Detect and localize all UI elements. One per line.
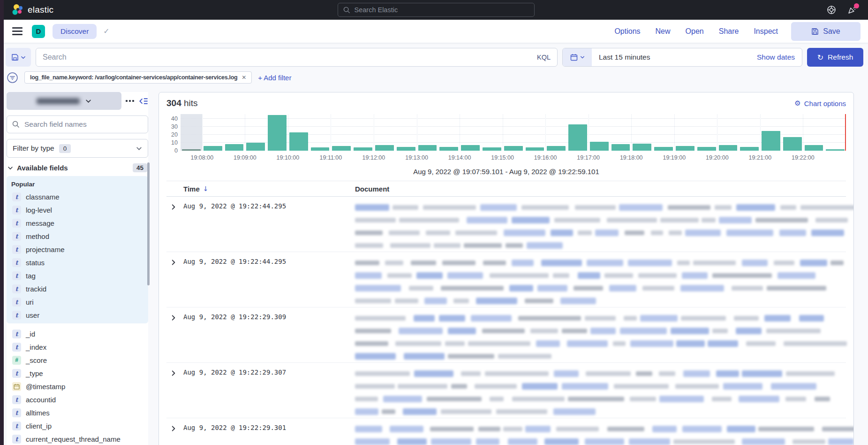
help-icon[interactable] <box>827 5 836 15</box>
date-picker-menu-button[interactable] <box>563 48 592 66</box>
histogram-bar <box>375 145 394 151</box>
field-current_request_thread_name[interactable]: tcurrent_request_thread_name <box>11 432 143 445</box>
elastic-logo[interactable]: elastic <box>4 4 53 16</box>
show-dates-link[interactable]: Show dates <box>757 53 802 61</box>
sidebar-scrollbar-thumb[interactable] <box>147 162 150 285</box>
index-options-icon[interactable] <box>126 100 134 102</box>
string-field-icon: t <box>12 311 21 320</box>
filter-menu-icon[interactable] <box>7 72 18 84</box>
string-field-icon: t <box>12 435 21 444</box>
available-fields-header[interactable]: Available fields 45 <box>7 163 148 172</box>
x-axis-tick: 19:21:00 <box>749 154 772 161</box>
string-field-icon: t <box>12 284 21 293</box>
query-input[interactable]: Search KQL <box>36 48 558 67</box>
sort-descending-icon[interactable]: ↓ <box>203 185 209 192</box>
histogram-bar-slot <box>524 114 546 151</box>
histogram-bar-slot <box>653 114 674 151</box>
collapse-sidebar-icon[interactable] <box>138 96 148 106</box>
field-name: _index <box>26 343 46 351</box>
time-range-value[interactable]: Last 15 minutes <box>592 53 657 61</box>
field-message[interactable]: tmessage <box>11 216 143 230</box>
field-accountid[interactable]: taccountid <box>11 393 143 406</box>
global-search-input[interactable]: Search Elastic <box>338 3 535 17</box>
histogram-bar <box>204 146 222 151</box>
string-field-icon: t <box>12 271 21 280</box>
field-search-input[interactable]: Search field names <box>7 115 148 133</box>
histogram-chart: 010203040 19:08:0019:09:0019:10:0019:11:… <box>166 114 846 176</box>
document-column-header: Document <box>355 185 846 193</box>
nav-link-open[interactable]: Open <box>686 27 704 36</box>
table-row: Aug 9, 2022 @ 19:22:29.307 <box>166 363 846 418</box>
field-log-level[interactable]: tlog-level <box>11 203 143 216</box>
expand-row-icon[interactable] <box>166 201 183 210</box>
menu-icon[interactable] <box>12 27 23 35</box>
time-range-end-marker <box>845 114 846 151</box>
chart-options-button[interactable]: ⚙ Chart options <box>794 99 846 107</box>
filter-pill[interactable]: log_file_name.keyword: /var/log/containe… <box>24 71 252 84</box>
breadcrumb[interactable]: Discover <box>53 24 97 39</box>
index-pattern-selector[interactable] <box>7 92 121 110</box>
field-trackid[interactable]: ttrackid <box>11 282 143 295</box>
expand-row-icon[interactable] <box>166 312 183 321</box>
nav-link-new[interactable]: New <box>656 27 671 36</box>
news-icon[interactable] <box>847 5 857 15</box>
app-bar: D Discover ✓ OptionsNewOpenShareInspect … <box>4 20 868 43</box>
query-language-badge[interactable]: KQL <box>537 54 551 61</box>
histogram-bar-slot <box>589 114 610 151</box>
saved-query-menu-button[interactable] <box>6 48 31 67</box>
histogram-bar <box>568 124 587 151</box>
histogram-bar-slot <box>503 114 524 151</box>
histogram-bar-slot <box>181 114 202 151</box>
nav-link-inspect[interactable]: Inspect <box>754 27 778 36</box>
histogram-bar-slot <box>438 114 460 151</box>
field-projectname[interactable]: tprojectname <box>11 243 143 256</box>
fields-sidebar: Search field names Filter by type 0 Avai… <box>7 92 148 445</box>
remove-filter-icon[interactable]: ✕ <box>242 74 246 81</box>
space-avatar[interactable]: D <box>32 25 45 38</box>
histogram-bar <box>332 146 351 151</box>
chevron-down-icon <box>21 55 26 60</box>
search-icon <box>343 7 350 14</box>
x-axis-tick: 19:20:00 <box>706 154 729 161</box>
field-_score[interactable]: #_score <box>11 353 143 367</box>
field-_id[interactable]: t_id <box>11 327 143 340</box>
field-classname[interactable]: tclassname <box>11 190 143 203</box>
field-tag[interactable]: ttag <box>11 269 143 282</box>
x-axis-tick: 19:09:00 <box>234 154 257 161</box>
histogram-bar-slot <box>610 114 632 151</box>
field-status[interactable]: tstatus <box>11 256 143 269</box>
refresh-button[interactable]: ↻ Refresh <box>807 48 863 67</box>
time-column-header[interactable]: Time ↓ <box>183 185 355 193</box>
search-icon <box>12 121 20 128</box>
histogram-bar <box>461 145 480 151</box>
string-field-icon: t <box>12 422 21 430</box>
filter-by-type-dropdown[interactable]: Filter by type 0 <box>7 139 148 158</box>
chevron-down-icon <box>580 55 585 60</box>
nav-link-share[interactable]: Share <box>719 27 739 36</box>
expand-row-icon[interactable] <box>166 367 183 376</box>
histogram-bar <box>762 131 780 151</box>
nav-link-options[interactable]: Options <box>614 27 640 36</box>
expand-row-icon[interactable] <box>166 422 183 432</box>
histogram-bar-slot <box>782 114 803 151</box>
filter-by-type-label: Filter by type <box>13 144 54 153</box>
notification-dot <box>854 3 859 8</box>
field-_type[interactable]: t_type <box>11 367 143 380</box>
x-axis-tick: 19:08:00 <box>190 154 213 161</box>
histogram-bar <box>246 143 265 151</box>
field-alltimes[interactable]: talltimes <box>11 406 143 419</box>
string-field-icon: t <box>12 245 21 254</box>
table-row: Aug 9, 2022 @ 19:22:29.301 <box>166 418 846 445</box>
field-user[interactable]: tuser <box>11 308 143 322</box>
field-method[interactable]: tmethod <box>11 230 143 243</box>
save-button[interactable]: Save <box>791 22 860 41</box>
documents-table: Time ↓ Document Aug 9, 2022 @ 19:22:44.2… <box>166 181 846 445</box>
popular-fields-section: Popular tclassnametlog-leveltmessagetmet… <box>7 176 148 323</box>
field-client_ip[interactable]: tclient_ip <box>11 419 143 432</box>
field-@timestamp[interactable]: @timestamp <box>11 380 143 393</box>
field-_index[interactable]: t_index <box>11 340 143 353</box>
field-name: uri <box>26 298 34 306</box>
add-filter-link[interactable]: + Add filter <box>258 74 291 82</box>
field-uri[interactable]: turi <box>11 295 143 308</box>
expand-row-icon[interactable] <box>166 256 183 266</box>
